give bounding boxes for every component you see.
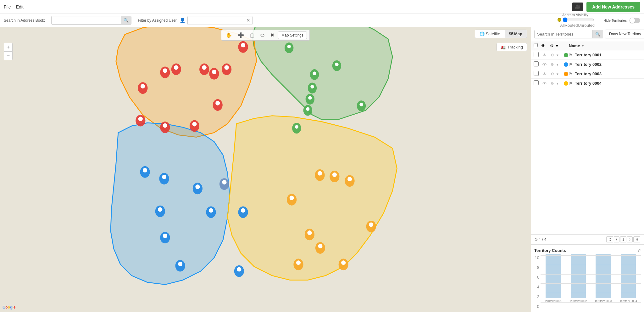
territory-0003-overlay [111, 123, 230, 284]
address-book-search-input[interactable] [52, 17, 121, 24]
svg-point-31 [163, 123, 167, 128]
territory-row[interactable]: 👁 ⚙ ▼ ⚑ Territory 0001 [531, 50, 644, 60]
pagination-label: 1-4 / 4 [535, 237, 547, 242]
move-tool-button[interactable]: ➕ [236, 31, 246, 39]
territory-search-button[interactable]: 🔍 [592, 30, 603, 38]
territory-0003-eye-icon[interactable]: 👁 [542, 71, 547, 77]
nav-first-button[interactable]: ⟨⟨ [606, 236, 613, 242]
grid-line [541, 302, 641, 303]
filter-clear-button[interactable]: ✕ [244, 16, 252, 25]
territory-0004-gear-icon[interactable]: ⚙ [551, 81, 554, 86]
address-visibility-label: Address Visibility: [562, 13, 589, 17]
territory-0004-flag-icon: ⚑ [569, 81, 572, 86]
row-checkbox-col-4 [534, 80, 541, 86]
address-book-search-button[interactable]: 🔍 [121, 16, 131, 24]
row-gear-col-4: ⚙ ▼ [550, 81, 562, 86]
search-icon-small: 🔍 [595, 32, 600, 37]
zoom-out-button[interactable]: − [4, 52, 12, 60]
territory-row[interactable]: 👁 ⚙ ▼ ⚑ Territory 0003 [531, 69, 644, 79]
video-icon-btn[interactable]: 🎥 [572, 3, 583, 11]
add-new-addresses-button[interactable]: Add New Addresses [586, 2, 640, 12]
map-svg [0, 27, 531, 312]
pagination: 1-4 / 4 ⟨⟨ ⟨ 1 ⟩ ⟩⟩ [531, 234, 644, 245]
territory-0002-chevron-icon[interactable]: ▼ [556, 63, 559, 66]
territory-0001-eye-icon[interactable]: 👁 [542, 53, 547, 58]
svg-point-69 [318, 244, 322, 248]
circle-tool-button[interactable]: ⬭ [258, 31, 266, 39]
map-settings-button[interactable]: Map Settings [278, 31, 307, 39]
svg-point-55 [237, 267, 241, 271]
chart-grid-lines [541, 255, 641, 303]
row-checkbox-col-3 [534, 71, 541, 77]
territory-0004-color-dot [564, 81, 568, 86]
territory-0002-checkbox[interactable] [534, 61, 539, 66]
name-header-label: Name [569, 43, 580, 48]
sort-icon[interactable]: ▼ [581, 44, 584, 48]
draw-new-territory-button[interactable]: Draw New Territory [605, 30, 644, 38]
map-type-buttons: 🌐 Satellite 🗺 Map [475, 30, 527, 38]
delete-tool-button[interactable]: ✖ [268, 31, 276, 39]
nav-prev-button[interactable]: ⟨ [614, 236, 619, 242]
rect-tool-button[interactable]: ▢ [248, 31, 256, 39]
map-button[interactable]: 🗺 Map [505, 30, 527, 38]
video-icon: 🎥 [575, 4, 580, 9]
territory-0004-checkbox[interactable] [534, 80, 539, 85]
top-bar-left: File Edit [4, 4, 567, 9]
edit-menu[interactable]: Edit [16, 4, 24, 9]
y-axis-10: 10 [534, 255, 539, 260]
territory-0001-gear-icon[interactable]: ⚙ [551, 53, 554, 57]
row-eye-col-4: 👁 [541, 81, 550, 86]
svg-point-63 [347, 177, 352, 181]
nav-next-button[interactable]: ⟩ [627, 236, 633, 242]
row-eye-col-2: 👁 [541, 62, 550, 67]
territory-0004-chevron-icon[interactable]: ▼ [556, 82, 559, 85]
row-gear-col-3: ⚙ ▼ [550, 71, 562, 76]
territory-table-header: 👁 ⚙ ▼ Name ▼ [531, 41, 644, 50]
zoom-in-button[interactable]: + [4, 43, 12, 51]
territory-row[interactable]: 👁 ⚙ ▼ ⚑ Territory 0002 [531, 60, 644, 69]
slider-thumb [558, 18, 561, 22]
visibility-slider[interactable] [563, 17, 594, 22]
satellite-icon: 🌐 [480, 31, 485, 36]
select-all-checkbox[interactable] [534, 43, 538, 47]
map-label: Map [514, 31, 522, 36]
toggle-knob [630, 18, 635, 23]
territory-0001-chevron-icon[interactable]: ▼ [556, 54, 559, 57]
svg-point-25 [163, 68, 167, 73]
hand-tool-button[interactable]: ✋ [224, 31, 234, 39]
row-checkbox-col-1 [534, 52, 541, 58]
map-icon: 🗺 [509, 31, 513, 36]
territory-0003-chevron-icon[interactable]: ▼ [556, 72, 559, 76]
svg-point-47 [241, 208, 245, 213]
file-menu[interactable]: File [4, 4, 11, 9]
territory-0001-checkbox[interactable] [534, 52, 539, 57]
address-book-label: Search in Address Book: [4, 18, 45, 23]
territory-0002-flag-icon: ⚑ [569, 62, 572, 67]
map-toolbar: ✋ ➕ ▢ ⬭ ✖ Map Settings [221, 30, 310, 41]
territory-0003-checkbox[interactable] [534, 71, 539, 76]
territory-0003-gear-icon[interactable]: ⚙ [551, 72, 554, 76]
territory-0004-eye-icon[interactable]: 👁 [542, 81, 547, 86]
territory-search-input-wrap: 🔍 [534, 30, 603, 38]
territory-0002-name: Territory 0002 [575, 62, 602, 67]
tracking-button[interactable]: 🚛 Tracking [497, 43, 527, 51]
filter-input[interactable] [188, 17, 244, 24]
map-area[interactable]: ✋ ➕ ▢ ⬭ ✖ Map Settings 🌐 Satellite 🗺 Map… [0, 27, 531, 312]
svg-point-41 [162, 175, 166, 179]
territory-0002-eye-icon[interactable]: 👁 [542, 62, 547, 67]
nav-page-button[interactable]: 1 [620, 236, 626, 242]
territory-search-input[interactable] [535, 30, 592, 38]
svg-point-9 [335, 63, 338, 66]
satellite-button[interactable]: 🌐 Satellite [475, 30, 505, 38]
nav-last-button[interactable]: ⟩⟩ [633, 236, 640, 242]
territory-0002-color-dot [564, 62, 568, 67]
svg-point-37 [215, 101, 220, 105]
search-row: Search in Address Book: 🔍 Filter by Assi… [0, 14, 644, 27]
territory-0002-gear-icon[interactable]: ⚙ [551, 62, 554, 67]
territory-row[interactable]: 👁 ⚙ ▼ ⚑ Territory 0004 [531, 79, 644, 88]
svg-point-53 [178, 262, 182, 266]
svg-point-35 [138, 116, 143, 121]
expand-icon[interactable]: ⤢ [637, 248, 641, 253]
google-logo: Google [3, 305, 15, 309]
hide-territories-toggle[interactable] [630, 18, 640, 23]
